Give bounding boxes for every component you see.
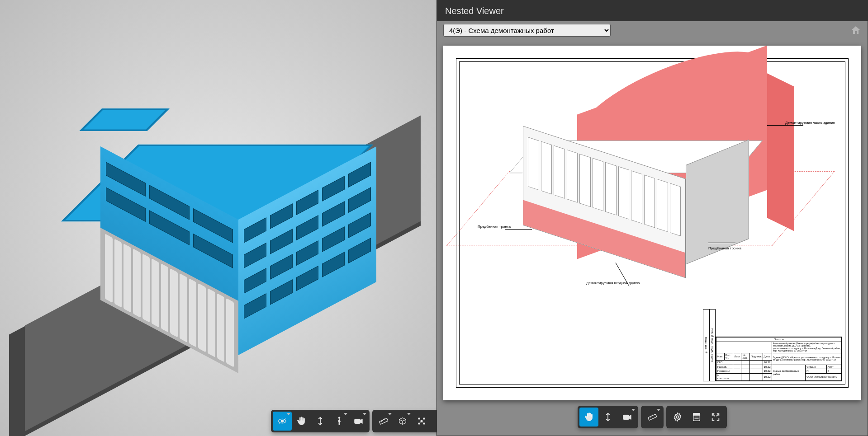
section-box-icon[interactable] (393, 412, 412, 431)
chevron-down-icon (657, 409, 660, 411)
callout-back-demolish: Демонтируемая часть здания (785, 121, 835, 125)
first-person-icon[interactable] (330, 412, 349, 431)
sheet-frame-inner: Демонтируемая часть здания Предбанная тр… (459, 61, 845, 384)
main-3d-viewport[interactable] (0, 0, 436, 436)
ruler-icon[interactable] (643, 408, 662, 427)
chevron-down-icon (407, 413, 411, 415)
fullscreen-icon[interactable] (706, 408, 725, 427)
toolbar-group (578, 406, 638, 428)
back-building-side (767, 73, 794, 231)
nested-sheet-canvas[interactable]: Демонтируемая часть здания Предбанная тр… (443, 46, 861, 400)
sheet-select[interactable]: 4(Э) - Схема демонтажных работ (443, 24, 611, 37)
chevron-down-icon (363, 413, 366, 415)
camera-icon[interactable] (617, 408, 636, 427)
title-block: Эскиз – Капитальный ремонт (Реконструкци… (716, 337, 842, 381)
properties-panel-icon[interactable] (687, 408, 706, 427)
nested-viewer-subbar: 4(Э) - Схема демонтажных работ (437, 21, 868, 39)
sheet-frame-outer: Демонтируемая часть здания Предбанная тр… (456, 58, 849, 388)
zoom-vert-icon[interactable] (598, 408, 617, 427)
tb-eskiz: Эскиз – (716, 338, 842, 342)
callout-front-right: Предбанная тронка (708, 246, 741, 250)
chevron-down-icon (287, 413, 290, 415)
building-model[interactable] (72, 36, 389, 325)
chevron-down-icon (388, 413, 392, 415)
toolbar-group (641, 406, 664, 428)
titleblock-strip-b: Взам. инв. № (703, 309, 709, 381)
toolbar-group (271, 410, 370, 432)
chevron-down-icon (344, 413, 347, 415)
nested-viewer-title: Nested Viewer (437, 0, 868, 21)
nested-viewer-toolbar (437, 400, 868, 436)
explode-icon[interactable] (412, 412, 431, 431)
pan-hand-icon[interactable] (292, 412, 311, 431)
ruler-icon[interactable] (374, 412, 393, 431)
callout-entrance: Демонтируемая входная группа (586, 281, 640, 285)
zoom-vert-icon[interactable] (311, 412, 330, 431)
drawing-body: Демонтируемая часть здания Предбанная тр… (496, 80, 718, 325)
orbit-icon[interactable] (273, 412, 292, 431)
home-icon[interactable] (850, 25, 861, 36)
building-roof-annex (79, 108, 170, 131)
toolbar-group (666, 406, 727, 428)
chevron-down-icon (631, 409, 635, 411)
titleblock-strip-a: Инв. № подл. Подп. и дата (709, 309, 716, 381)
gear-icon[interactable] (668, 408, 687, 427)
callout-front-left: Предбанная тронка (478, 225, 511, 229)
camera-icon[interactable] (349, 412, 368, 431)
nested-viewer-panel: Nested Viewer 4(Э) - Схема демонтажных р… (436, 0, 868, 436)
pan-hand-icon[interactable] (579, 408, 598, 427)
